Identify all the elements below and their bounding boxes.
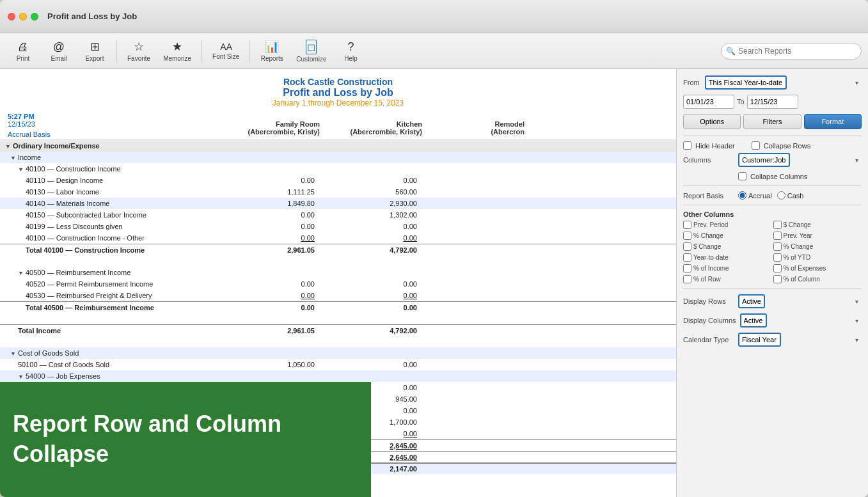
prev-period-checkbox[interactable] bbox=[683, 221, 691, 229]
chevron-icon[interactable]: ▼ bbox=[18, 374, 24, 380]
help-icon: ? bbox=[348, 40, 354, 54]
collapse-rows-checkbox[interactable] bbox=[752, 141, 760, 150]
row-label: 40199 — Less Discounts given bbox=[0, 222, 217, 231]
row-value-2: 1,302.00 bbox=[320, 210, 422, 219]
prev-year-checkbox[interactable] bbox=[773, 232, 782, 240]
fontsize-button[interactable]: A A Font Size bbox=[207, 39, 244, 63]
email-icon: @ bbox=[53, 40, 65, 54]
row-label: 50100 — Cost of Goods Sold bbox=[0, 360, 217, 369]
date-from-input[interactable] bbox=[683, 95, 734, 109]
pct-change-1-checkbox[interactable] bbox=[683, 232, 691, 240]
titlebar: Profit and Loss by Job bbox=[0, 0, 868, 33]
export-icon: ⊞ bbox=[90, 40, 100, 54]
panel-tabs: Options Filters Format bbox=[683, 114, 862, 129]
row-value-1: 2,961.05 bbox=[217, 246, 320, 255]
maximize-button[interactable] bbox=[31, 13, 38, 20]
search-input[interactable] bbox=[721, 43, 862, 59]
report-date-range: January 1 through December 15, 2023 bbox=[13, 99, 663, 107]
display-rows-dropdown[interactable]: Active bbox=[738, 294, 765, 308]
toolbar-divider-3 bbox=[249, 40, 250, 63]
row-value-2: 0.00 bbox=[320, 280, 422, 288]
window-title: Profit and Loss by Job bbox=[47, 12, 137, 21]
search-icon: 🔍 bbox=[726, 47, 736, 56]
options-tab[interactable]: Options bbox=[683, 114, 741, 129]
minimize-button[interactable] bbox=[19, 13, 27, 20]
chevron-icon[interactable]: ▼ bbox=[18, 166, 24, 173]
table-row: Total 40500 — Reimbursement Income 0.00 … bbox=[0, 301, 676, 313]
dollar-change-2-checkbox[interactable] bbox=[683, 242, 691, 251]
fontsize-label: Font Size bbox=[212, 53, 239, 60]
display-columns-dropdown[interactable]: Active bbox=[740, 313, 767, 327]
pct-expenses-checkbox[interactable] bbox=[773, 264, 782, 272]
pct-income-checkbox[interactable] bbox=[683, 264, 691, 272]
accrual-radio[interactable] bbox=[738, 191, 746, 200]
dollar-change-1-checkbox[interactable] bbox=[773, 221, 782, 229]
row-label: Total 40500 — Reimbursement Income bbox=[0, 303, 217, 312]
pct-column-checkbox[interactable] bbox=[773, 275, 782, 283]
table-row: 50100 — Cost of Goods Sold 1,050.00 0.00 bbox=[0, 359, 676, 370]
col3-sub: (Abercron bbox=[432, 128, 525, 136]
report-area[interactable]: 5:27 PM 12/15/23 Accrual Basis Rock Cast… bbox=[0, 69, 676, 497]
row-label: Total Income bbox=[0, 326, 217, 335]
dollar-change-2-cell: $ Change bbox=[683, 242, 772, 251]
fontsize-icon: A A bbox=[220, 42, 232, 52]
other-columns-grid: Prev. Period $ Change % Change Prev. Yea… bbox=[683, 221, 862, 283]
chevron-icon[interactable]: ▼ bbox=[18, 270, 24, 276]
collapse-columns-checkbox[interactable] bbox=[738, 172, 746, 180]
help-button[interactable]: ? Help bbox=[335, 38, 368, 65]
columns-dropdown[interactable]: Customer:Job bbox=[738, 153, 790, 167]
report-meta: 5:27 PM 12/15/23 Accrual Basis bbox=[8, 113, 51, 138]
table-row: ▼40100 — Construction Income bbox=[0, 163, 676, 175]
favorite-button[interactable]: ☆ Favorite bbox=[122, 37, 155, 65]
ytd-cell: Year-to-date bbox=[683, 253, 772, 262]
export-button[interactable]: ⊞ Export bbox=[78, 37, 111, 65]
columns-label: Columns bbox=[683, 156, 734, 164]
chevron-icon[interactable]: ▼ bbox=[5, 143, 11, 150]
pct-change-2-checkbox[interactable] bbox=[773, 242, 782, 251]
row-label: 40140 — Materials Income bbox=[0, 199, 217, 208]
row-label: 40110 — Design Income bbox=[0, 176, 217, 185]
filters-tab[interactable]: Filters bbox=[743, 114, 801, 129]
close-button[interactable] bbox=[8, 13, 15, 20]
reports-button[interactable]: 📊 Reports bbox=[255, 37, 288, 65]
report-basis-row: Report Basis Accrual Cash bbox=[683, 191, 862, 200]
pct-row-checkbox[interactable] bbox=[683, 275, 691, 283]
print-button[interactable]: 🖨 Print bbox=[6, 38, 40, 65]
hide-header-label: Hide Header bbox=[695, 142, 735, 150]
pct-income-label: % of Income bbox=[693, 265, 729, 272]
row-value-1: 0.00 bbox=[217, 222, 320, 231]
pct-column-label: % of Column bbox=[784, 276, 820, 283]
chevron-icon[interactable]: ▼ bbox=[10, 351, 16, 357]
export-label: Export bbox=[86, 55, 104, 62]
table-row: 40199 — Less Discounts given 0.00 0.00 bbox=[0, 221, 676, 232]
date-to-input[interactable] bbox=[747, 95, 798, 109]
ytd-checkbox[interactable] bbox=[683, 253, 691, 262]
memorize-label: Memorize bbox=[163, 55, 191, 62]
dollar-change-1-label: $ Change bbox=[784, 221, 811, 228]
collapse-columns-label: Collapse Columns bbox=[750, 173, 807, 180]
reports-icon: 📊 bbox=[265, 40, 279, 54]
pct-ytd-checkbox[interactable] bbox=[773, 253, 782, 262]
display-columns-label: Display Columns bbox=[683, 317, 736, 324]
cash-radio[interactable] bbox=[777, 191, 785, 200]
chevron-icon[interactable]: ▼ bbox=[10, 155, 16, 161]
calendar-type-dropdown[interactable]: Fiscal Year bbox=[738, 333, 781, 347]
dollar-change-1-cell: $ Change bbox=[773, 221, 862, 229]
row-value-1: 0.00 bbox=[217, 291, 320, 300]
hide-header-checkbox[interactable] bbox=[683, 141, 691, 150]
prev-period-cell: Prev. Period bbox=[683, 221, 772, 229]
col3-name: Remodel bbox=[432, 120, 525, 128]
memorize-button[interactable]: ★ Memorize bbox=[158, 37, 196, 65]
from-dropdown[interactable]: This Fiscal Year-to-date bbox=[705, 75, 787, 90]
email-button[interactable]: @ Email bbox=[42, 38, 75, 65]
table-row: ▼Cost of Goods Sold bbox=[0, 347, 676, 359]
from-row: From This Fiscal Year-to-date bbox=[683, 75, 862, 90]
format-tab[interactable]: Format bbox=[804, 114, 862, 129]
main-content: 5:27 PM 12/15/23 Accrual Basis Rock Cast… bbox=[0, 69, 868, 497]
col1-header: Family Room (Abercrombie, Kristy) bbox=[223, 119, 325, 137]
row-value-1: 0.00 bbox=[217, 280, 320, 288]
pct-ytd-label: % of YTD bbox=[784, 254, 811, 261]
pct-change-1-cell: % Change bbox=[683, 232, 772, 240]
customize-button[interactable]: ◻ Customize bbox=[291, 37, 331, 65]
divider-2 bbox=[683, 185, 862, 186]
